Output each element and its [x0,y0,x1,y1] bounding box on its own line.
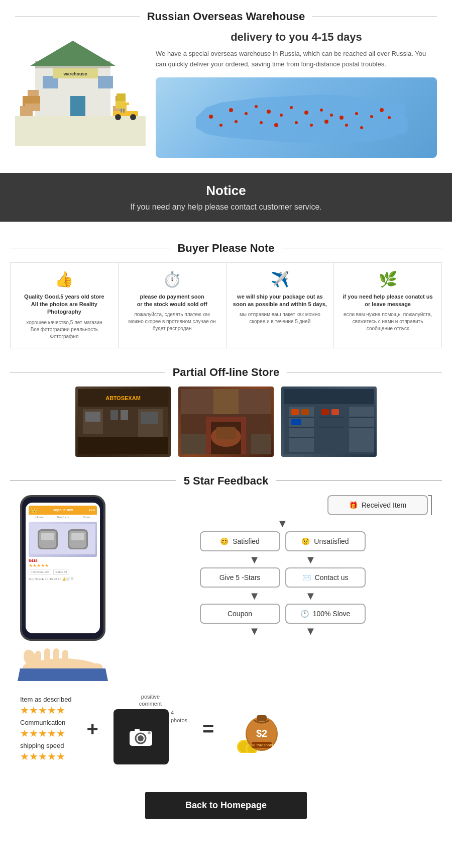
store-title-row: Partial Off-line Store [10,366,442,379]
svg-rect-58 [121,410,128,420]
svg-rect-80 [349,417,374,418]
received-box: 🎁 Received Item [327,495,428,515]
give-stars-box: Give 5 -Stars [200,567,280,588]
svg-point-15 [130,114,136,120]
feedback-section: 5 Star Feedback 👑 корона мех ★4.8 Home P… [0,467,452,785]
buyer-grid: 👍 Quality Good.5 years old storeAll the … [10,262,442,348]
item-described-label: Item as described [20,696,72,703]
svg-point-46 [345,124,348,127]
warehouse-content: warehouse [15,31,437,158]
store-photo-3 [281,387,377,457]
crown-icon: 👑 [31,507,38,514]
solve-label: 100% Slove [313,610,351,618]
buyer-text-en-2: we will ship your package out as soon as… [233,293,328,309]
buyer-text-en-3: if you need help please conatct us or le… [340,293,435,309]
buyer-text-en-1: please do payment soonor the stock would… [125,293,220,309]
thumbs-up-icon: 👍 [17,270,112,288]
satisfied-emoji: 😊 [220,537,229,545]
feedback-wrapper: 👑 корона мех ★4.8 Home Products Store [10,495,442,683]
24h-icon: 🕐 [300,610,309,618]
arrow-down-icon-6: ▼ [249,625,260,638]
svg-point-105 [148,731,151,734]
svg-point-47 [360,126,363,129]
arrow-down-icon-4: ▼ [249,590,260,603]
svg-rect-74 [349,407,374,452]
svg-point-28 [245,112,248,115]
svg-rect-20 [25,104,40,111]
svg-rect-24 [117,93,126,101]
svg-point-25 [400,116,408,134]
delivery-text: We have a special overseas warehouse in … [156,49,437,70]
svg-rect-79 [319,427,344,428]
svg-rect-98 [44,648,50,667]
store3-svg [284,389,374,454]
title-line-left [15,17,140,17]
russia-map [156,77,437,158]
russia-map-svg [156,77,437,158]
svg-point-48 [219,124,222,127]
camera-svg [127,726,155,748]
buyer-note-section: Buyer Please Note 👍 Quality Good.5 years… [0,232,452,358]
warehouse-svg: warehouse [15,31,146,146]
camera-box [114,709,169,764]
phone-store-name: корона мех [53,508,73,512]
svg-rect-81 [349,427,374,428]
phone-inner: 👑 корона мех ★4.8 Home Products Store [26,503,100,633]
svg-point-32 [290,106,293,109]
nav-store: Store [83,516,90,519]
unsatisfied-box: 😟 Unsatisfied [285,531,366,551]
svg-text:$2: $2 [256,728,267,739]
svg-rect-67 [251,434,271,454]
buyer-text-en-0: Quality Good.5 years old storeAll the ph… [17,293,112,316]
contact-label: Contact us [315,573,349,582]
warehouse-section: Russian Overseas Warehouse warehouse [0,0,452,163]
svg-rect-21 [26,96,40,104]
camera-area: positivecomment 4photos [114,693,187,765]
stars-contact-row: Give 5 -Stars ✉️ Contact us [123,567,442,588]
arrow-down-icon-5: ▼ [305,590,316,603]
unsatisfied-emoji: 😟 [301,537,310,545]
phone-stats: Followers 125 Sales 88 [29,569,97,575]
clock-icon: ⏱️ [125,270,220,288]
svg-point-40 [388,116,391,119]
store-photo-1: АВТОSEXАМ [75,387,171,457]
phone-rating-small: ★4.8 [88,508,95,512]
satisfied-row: 😊 Satisfied 😟 Unsatisfied [123,531,442,551]
phone-outer: 👑 корона мех ★4.8 Home Products Store [20,495,105,641]
title-line-left [10,248,170,248]
svg-point-39 [380,108,384,112]
rating-row: Item as described ★★★★★ Communication ★★… [10,683,442,775]
svg-point-38 [370,115,373,118]
svg-rect-69 [216,427,236,439]
arrow-down-1: ▼ [123,517,442,530]
bag-svg: $2 No threshold [232,703,282,753]
title-line-left [10,480,176,481]
svg-rect-85 [321,409,329,415]
nav-home: Home [36,516,44,519]
svg-point-43 [295,121,298,124]
received-label: Received Item [362,501,406,509]
item-described-row: Item as described ★★★★★ [20,696,72,716]
svg-rect-71 [284,389,374,404]
svg-point-103 [138,735,144,741]
svg-text:АВТОSEXАМ: АВТОSEXАМ [105,395,141,401]
svg-text:warehouse: warehouse [63,71,87,76]
svg-rect-77 [289,437,314,438]
phone-illustration: 👑 корона мех ★4.8 Home Products Store [10,495,116,683]
svg-rect-86 [331,409,339,415]
back-to-homepage-button[interactable]: Back to Homepage [145,792,307,819]
svg-rect-56 [85,412,100,422]
warehouse-illustration: warehouse [15,31,146,148]
title-line-right [312,17,437,17]
svg-rect-84 [291,419,301,425]
shipping-stars: ★★★★★ [20,750,72,762]
phone-product-image [29,522,97,557]
equals-sign: = [202,718,214,740]
buyer-item-1: ⏱️ please do payment soonor the stock wo… [119,263,227,348]
title-line-right [276,480,442,481]
buyer-item-0: 👍 Quality Good.5 years old storeAll the … [11,263,119,348]
svg-point-44 [310,124,313,127]
phone-nav: Home Products Store [29,515,97,520]
arrow-down-icon-7: ▼ [305,625,316,638]
arrow-down-icon-3: ▼ [305,553,316,566]
